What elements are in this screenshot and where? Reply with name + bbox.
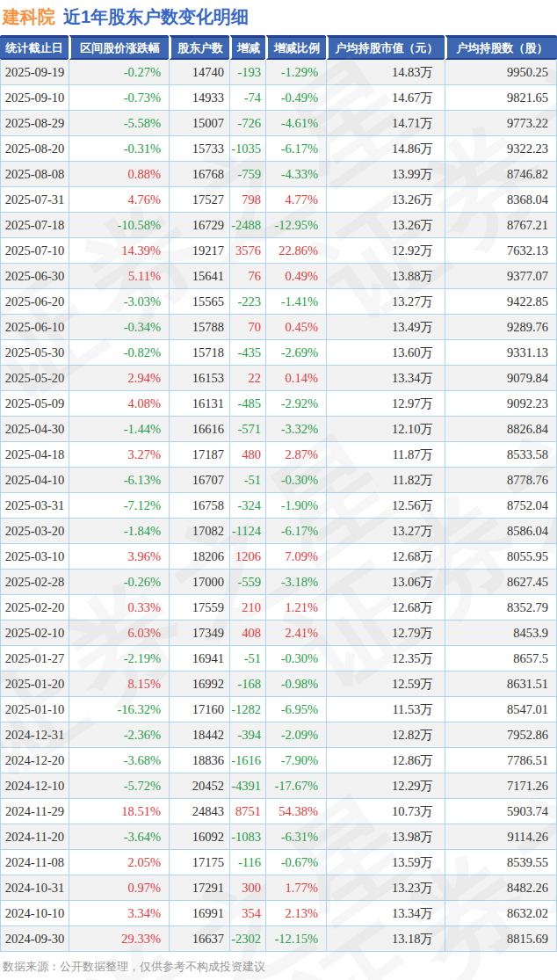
avg-shares-cell: 9331.13	[445, 340, 557, 366]
change-pct-cell: -2.09%	[265, 722, 326, 748]
change-pct-cell: -7.90%	[265, 748, 326, 773]
date-cell: 2025-01-10	[0, 697, 69, 722]
date-cell: 2025-07-31	[0, 187, 69, 213]
date-cell: 2024-11-20	[0, 824, 69, 850]
avg-market-value-cell: 13.34万	[326, 366, 445, 391]
holders-count-cell: 18836	[169, 748, 229, 773]
holders-count-cell: 17175	[169, 850, 229, 875]
date-cell: 2024-09-30	[0, 926, 69, 952]
avg-market-value-cell: 12.86万	[326, 748, 445, 773]
price-change-cell: -10.58%	[69, 213, 169, 238]
holders-count-cell: 17187	[169, 442, 229, 468]
change-cell: -559	[229, 570, 265, 595]
avg-market-value-cell: 13.26万	[326, 213, 445, 238]
change-pct-cell: -1.41%	[265, 289, 326, 315]
change-cell: -168	[229, 671, 265, 697]
change-cell: -394	[229, 722, 265, 748]
shareholder-count-table: 统计截止日区间股价涨跌幅股东户数增减增减比例户均持股市值（元）户均持股数（股） …	[0, 35, 557, 952]
table-row: 2025-07-18-10.58%16729-2488-12.95%13.26万…	[0, 213, 557, 238]
avg-shares-cell: 8352.79	[445, 595, 557, 621]
avg-shares-cell: 8368.04	[445, 187, 557, 213]
date-cell: 2024-12-20	[0, 748, 69, 773]
change-cell: -726	[229, 111, 265, 136]
avg-shares-cell: 9422.85	[445, 289, 557, 315]
avg-market-value-cell: 13.59万	[326, 850, 445, 875]
change-pct-cell: -6.17%	[265, 136, 326, 162]
table-row: 2024-11-2918.51%24843875154.38%10.73万590…	[0, 799, 557, 824]
change-pct-cell: 0.49%	[265, 264, 326, 289]
holders-count-cell: 14740	[169, 60, 229, 85]
date-cell: 2025-06-10	[0, 315, 69, 340]
price-change-cell: 4.08%	[69, 391, 169, 417]
avg-market-value-cell: 13.18万	[326, 926, 445, 952]
table-row: 2024-10-103.34%169913542.13%13.34万8632.0…	[0, 901, 557, 926]
holders-count-cell: 16131	[169, 391, 229, 417]
avg-shares-cell: 8746.82	[445, 162, 557, 187]
holders-count-cell: 17082	[169, 519, 229, 544]
date-cell: 2025-01-27	[0, 646, 69, 671]
column-header-4: 增减比例	[265, 35, 326, 60]
price-change-cell: -3.68%	[69, 748, 169, 773]
avg-market-value-cell: 13.26万	[326, 187, 445, 213]
table-header-row: 统计截止日区间股价涨跌幅股东户数增减增减比例户均持股市值（元）户均持股数（股）	[0, 35, 557, 60]
holders-count-cell: 19217	[169, 238, 229, 264]
holders-count-cell: 16092	[169, 824, 229, 850]
date-cell: 2025-04-30	[0, 417, 69, 442]
table-row: 2025-05-094.08%16131-485-2.92%12.97万9092…	[0, 391, 557, 417]
change-cell: 3576	[229, 238, 265, 264]
change-cell: -51	[229, 646, 265, 671]
avg-market-value-cell: 12.79万	[326, 621, 445, 646]
table-row: 2024-09-3029.33%16637-2302-12.15%13.18万8…	[0, 926, 557, 952]
change-cell: 798	[229, 187, 265, 213]
change-cell: 354	[229, 901, 265, 926]
holders-count-cell: 17349	[169, 621, 229, 646]
price-change-cell: -0.34%	[69, 315, 169, 340]
table-row: 2024-12-10-5.72%20452-4391-17.67%12.29万7…	[0, 773, 557, 799]
date-cell: 2024-12-31	[0, 722, 69, 748]
change-cell: -485	[229, 391, 265, 417]
table-header: 统计截止日区间股价涨跌幅股东户数增减增减比例户均持股市值（元）户均持股数（股）	[0, 35, 557, 60]
table-row: 2025-08-20-0.31%15733-1035-6.17%14.86万93…	[0, 136, 557, 162]
column-header-6: 户均持股数（股）	[445, 35, 557, 60]
table-row: 2024-12-31-2.36%18442-394-2.09%12.82万795…	[0, 722, 557, 748]
price-change-cell: -16.32%	[69, 697, 169, 722]
avg-market-value-cell: 11.82万	[326, 468, 445, 493]
price-change-cell: -0.27%	[69, 60, 169, 85]
avg-shares-cell: 8778.76	[445, 468, 557, 493]
holders-count-cell: 15007	[169, 111, 229, 136]
price-change-cell: 5.11%	[69, 264, 169, 289]
date-cell: 2025-06-20	[0, 289, 69, 315]
change-pct-cell: -3.18%	[265, 570, 326, 595]
date-cell: 2025-09-10	[0, 85, 69, 111]
change-cell: -1083	[229, 824, 265, 850]
avg-market-value-cell: 12.10万	[326, 417, 445, 442]
date-cell: 2024-11-08	[0, 850, 69, 875]
date-cell: 2025-03-20	[0, 519, 69, 544]
change-cell: -2302	[229, 926, 265, 952]
change-cell: -759	[229, 162, 265, 187]
price-change-cell: 6.03%	[69, 621, 169, 646]
avg-market-value-cell: 13.06万	[326, 570, 445, 595]
date-cell: 2025-08-20	[0, 136, 69, 162]
price-change-cell: 2.94%	[69, 366, 169, 391]
change-pct-cell: -6.17%	[265, 519, 326, 544]
avg-shares-cell: 9114.26	[445, 824, 557, 850]
change-pct-cell: -4.33%	[265, 162, 326, 187]
holders-count-cell: 16637	[169, 926, 229, 952]
holders-count-cell: 17160	[169, 697, 229, 722]
change-cell: -4391	[229, 773, 265, 799]
price-change-cell: -6.13%	[69, 468, 169, 493]
avg-market-value-cell: 13.23万	[326, 875, 445, 901]
price-change-cell: 4.76%	[69, 187, 169, 213]
holders-count-cell: 15565	[169, 289, 229, 315]
holders-count-cell: 24843	[169, 799, 229, 824]
table-row: 2025-02-28-0.26%17000-559-3.18%13.06万862…	[0, 570, 557, 595]
change-pct-cell: 4.77%	[265, 187, 326, 213]
table-row: 2025-02-106.03%173494082.41%12.79万8453.9	[0, 621, 557, 646]
change-pct-cell: -0.30%	[265, 646, 326, 671]
avg-shares-cell: 7952.86	[445, 722, 557, 748]
price-change-cell: -0.31%	[69, 136, 169, 162]
table-row: 2025-01-208.15%16992-168-0.98%12.59万8631…	[0, 671, 557, 697]
price-change-cell: -3.03%	[69, 289, 169, 315]
change-pct-cell: -12.95%	[265, 213, 326, 238]
